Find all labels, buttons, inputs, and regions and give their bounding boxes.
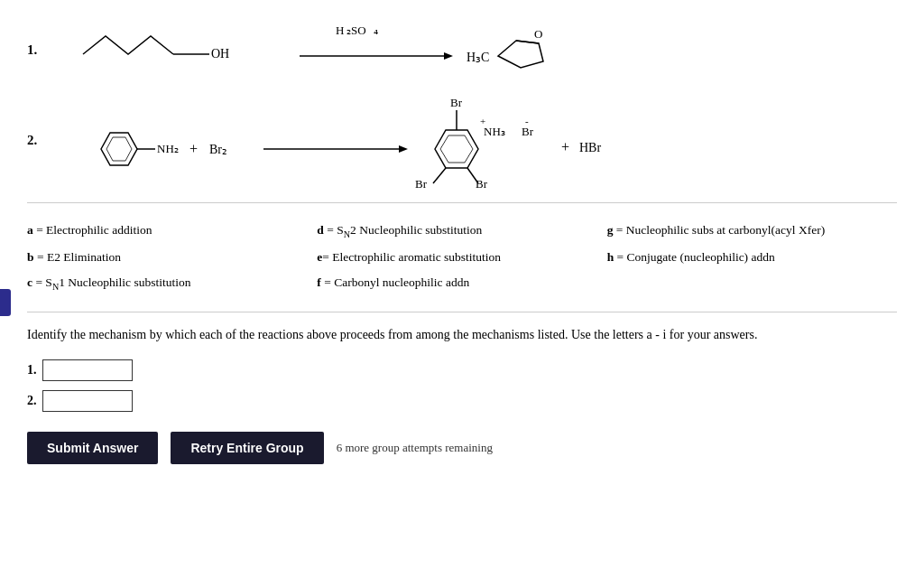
mechanism-g: g = Nucleophilic subs at carbonyl(acyl X… [607,219,897,243]
answer-row-1: 1. [27,359,897,381]
svg-marker-17 [399,145,408,153]
svg-text:NH₃: NH₃ [484,125,505,138]
svg-text:Br: Br [522,125,534,138]
svg-text:H₃C: H₃C [467,51,489,64]
mechanism-b: b = E2 Elimination [27,247,317,268]
retry-button[interactable]: Retry Entire Group [171,432,323,464]
answer-label-2: 2. [27,394,37,408]
reaction-1-number: 1. [27,42,45,58]
svg-text:Br: Br [415,177,428,190]
svg-marker-11 [106,137,132,161]
svg-text:+: + [189,141,198,156]
svg-text:H: H [336,23,344,37]
attempts-text: 6 more group attempts remaining [337,441,493,455]
svg-marker-19 [440,135,473,163]
divider-2 [27,312,897,312]
svg-line-26 [433,168,446,183]
reaction-2-number: 2. [27,133,45,148]
mechanism-c: c = SN1 Nucleophilic substitution [27,272,317,295]
svg-text:Br: Br [450,96,463,109]
svg-text:Br: Br [476,177,488,190]
svg-text:OH: OH [211,47,229,61]
svg-text:+: + [561,139,569,154]
mechanism-d: d = SN2 Nucleophilic substitution [317,219,606,243]
svg-text:HBr: HBr [579,141,601,154]
mechanism-e: e= Electrophilic aromatic substitution [317,247,606,268]
answer-label-1: 1. [27,363,37,378]
svg-text:O: O [534,27,542,41]
button-row: Submit Answer Retry Entire Group 6 more … [27,432,897,464]
question-text: Identify the mechanism by which each of … [27,325,897,345]
mechanism-f: f = Carbonyl nucleophilic addn [317,272,606,295]
reaction-2-svg: NH₂ + Br₂ Br + [56,90,922,190]
mechanism-h: h = Conjugate (nucleophilic) addn [607,247,897,268]
reaction-2-row: 2. NH₂ + Br₂ [27,90,897,190]
reaction-2-area: NH₂ + Br₂ Br + [56,90,922,190]
divider-1 [27,202,897,203]
reaction-1-row: 1. OH H ₂SO ₄ [27,18,897,81]
svg-text:₄: ₄ [374,23,378,37]
submit-button[interactable]: Submit Answer [27,432,158,464]
reaction-1-svg: OH H ₂SO ₄ H₃C O [56,18,868,81]
mechanisms-grid: a = Electrophilic addition d = SN2 Nucle… [27,219,897,295]
reactions-section: 1. OH H ₂SO ₄ [27,18,897,190]
answer-input-2[interactable] [42,390,133,412]
svg-marker-6 [444,52,453,60]
mechanism-a: a = Electrophilic addition [27,219,317,243]
left-bar-indicator [0,289,11,316]
page-container: 1. OH H ₂SO ₄ [0,0,924,578]
mechanism-empty [607,272,897,295]
svg-line-9 [516,41,539,43]
answer-input-1[interactable] [42,359,133,381]
reaction-1-area: OH H ₂SO ₄ H₃C O [56,18,897,81]
answer-row-2: 2. [27,390,897,412]
svg-text:NH₂: NH₂ [157,142,179,155]
svg-text:₂SO: ₂SO [346,23,366,37]
svg-text:Br₂: Br₂ [209,143,227,156]
